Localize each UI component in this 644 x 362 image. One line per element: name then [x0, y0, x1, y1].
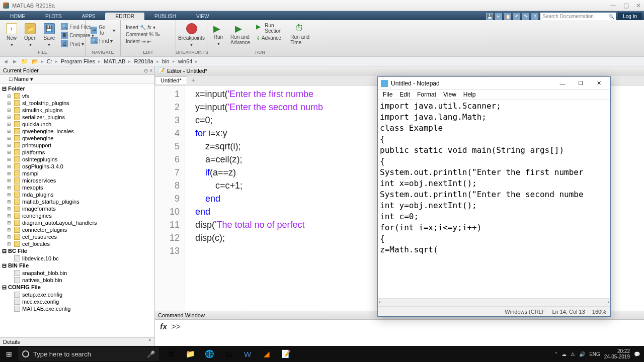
app-icon[interactable]: 🗂 — [219, 346, 237, 362]
find-button[interactable]: 🔍Find ▾ — [89, 37, 117, 45]
search-documentation-input[interactable]: Search Documentation — [540, 13, 616, 20]
tree-folder[interactable]: quicklaunch⊞ — [0, 121, 154, 128]
goto-button[interactable]: ⇥Go To ▾ — [89, 24, 117, 36]
toolstrip-icon[interactable]: ↶ — [513, 13, 520, 20]
tree-folder[interactable]: iconengines⊞ — [0, 212, 154, 219]
close-icon[interactable]: ✕ — [636, 2, 641, 9]
minimize-icon[interactable]: — — [610, 2, 616, 9]
tree-folder[interactable]: connector_plugins⊞ — [0, 226, 154, 233]
system-tray[interactable]: ˄ ☁ ⚠ 🔊 ENG 20:2224-05-2019 💬 — [555, 348, 644, 359]
new-tab-button[interactable]: ＋ — [187, 75, 199, 85]
maximize-icon[interactable]: ▢ — [623, 2, 629, 9]
tab-plots[interactable]: PLOTS — [35, 13, 72, 20]
tree-file[interactable]: snapshot_blob.bin — [0, 269, 154, 277]
open-button[interactable]: 📂Open▾ — [21, 22, 39, 48]
save-button[interactable]: 💾Save▾ — [40, 22, 58, 48]
np-menu-edit[interactable]: Edit — [396, 90, 413, 99]
run-advance-button[interactable]: ▶Run and Advance — [227, 22, 253, 46]
tree-folder[interactable]: imageformats⊞ — [0, 205, 154, 212]
explorer-icon[interactable]: 📁 — [181, 346, 199, 362]
tree-folder[interactable]: platforms⊞ — [0, 149, 154, 156]
tree-folder[interactable]: printsupport⊞ — [0, 142, 154, 149]
matlab-icon[interactable]: ◢ — [258, 346, 276, 362]
tray-up-icon[interactable]: ˄ — [555, 351, 557, 357]
toolstrip-icon[interactable]: ✂ — [495, 13, 502, 20]
notepad-window[interactable]: Untitled - Notepad — ☐ ✕ File Edit Forma… — [377, 76, 611, 317]
tab-publish[interactable]: PUBLISH — [144, 13, 186, 20]
address-bar[interactable]: ◄ ► 📁 📂 ▸C: ▸Program Files ▸MATLAB ▸R201… — [0, 56, 644, 66]
breakpoints-button[interactable]: Breakpoints▾ — [179, 22, 204, 48]
tree-folder[interactable]: sl_toolstrip_plugins⊞ — [0, 100, 154, 107]
tree-folder[interactable]: msmpi⊞ — [0, 170, 154, 177]
tree-file[interactable]: MATLAB.exe.config — [0, 305, 154, 312]
tab-editor[interactable]: EDITOR — [105, 13, 144, 20]
start-button[interactable]: ⊞ — [0, 346, 18, 362]
network-icon[interactable]: ⚠ — [571, 351, 575, 357]
tree-folder[interactable]: vfs⊞ — [0, 93, 154, 100]
comment-button[interactable]: Comment % ‰ — [124, 31, 173, 38]
help-icon[interactable]: ? — [531, 13, 538, 20]
up-icon[interactable]: 📂 — [31, 58, 40, 65]
toolstrip-icon[interactable]: 📋 — [504, 13, 511, 20]
tree-folder[interactable]: qtwebengine_locales⊞ — [0, 128, 154, 135]
indent-button[interactable]: Indent ⇥ ⇤ — [124, 38, 173, 45]
folder-icon[interactable]: 📁 — [20, 58, 29, 65]
np-close-icon[interactable]: ✕ — [590, 78, 607, 89]
tree-folder[interactable]: cef_locales⊞ — [0, 240, 154, 247]
fx-icon[interactable]: fx — [160, 322, 167, 331]
run-time-button[interactable]: ⏱Run and Time — [287, 22, 312, 46]
login-button[interactable]: Log In — [618, 13, 642, 20]
np-menu-format[interactable]: Format — [414, 90, 439, 99]
np-menu-view[interactable]: View — [440, 90, 459, 99]
toolstrip-icon[interactable]: 💾 — [486, 13, 493, 20]
forward-icon[interactable]: ► — [11, 58, 19, 64]
run-button[interactable]: ▶Run▾ — [210, 22, 226, 47]
np-menu-file[interactable]: File — [380, 90, 395, 99]
new-button[interactable]: ＋New▾ — [3, 22, 20, 48]
tree-folder[interactable]: cef_resources⊞ — [0, 233, 154, 240]
tree-file[interactable]: mcc.exe.config — [0, 298, 154, 305]
notifications-icon[interactable]: 💬 — [634, 351, 640, 357]
lang-icon[interactable]: ENG — [589, 351, 600, 357]
notepad-titlebar[interactable]: Untitled - Notepad — ☐ ✕ — [378, 77, 610, 90]
tree-folder[interactable]: mda_plugins⊞ — [0, 191, 154, 198]
back-icon[interactable]: ◄ — [2, 58, 10, 64]
tab-home[interactable]: HOME — [0, 13, 35, 20]
insert-button[interactable]: Insert 🔧 fx ▾ — [124, 24, 173, 31]
np-menu-help[interactable]: Help — [460, 90, 479, 99]
panel-menu-icon[interactable]: ⊙ × — [144, 68, 152, 73]
onedrive-icon[interactable]: ☁ — [561, 351, 567, 357]
clock[interactable]: 20:2224-05-2019 — [604, 348, 630, 359]
taskbar-search[interactable]: Type here to search🎤 — [18, 347, 159, 361]
taskview-icon[interactable]: ⧉ — [162, 346, 180, 362]
tab-view[interactable]: VIEW — [186, 13, 219, 20]
notepad-scrollbar[interactable] — [378, 298, 610, 306]
tree-folder[interactable]: microservices⊞ — [0, 177, 154, 184]
np-minimize-icon[interactable]: — — [554, 78, 571, 89]
advance-button[interactable]: ⇓Advance — [254, 35, 286, 41]
column-header[interactable]: □ Name ▾ — [0, 75, 154, 84]
tree-folder[interactable]: mexopts⊞ — [0, 184, 154, 191]
run-section-button[interactable]: ▶Run Section — [254, 22, 286, 34]
word-icon[interactable]: W — [238, 346, 257, 362]
tree-folder[interactable]: matlab_startup_plugins⊞ — [0, 198, 154, 205]
tree-folder[interactable]: osgPlugins-3.4.0⊞ — [0, 163, 154, 170]
tree-folder[interactable]: diagram_autoLayout_handlers⊞ — [0, 219, 154, 226]
tree-file[interactable]: setup.exe.config — [0, 291, 154, 298]
volume-icon[interactable]: 🔊 — [579, 351, 585, 357]
details-panel[interactable]: Details˄ — [0, 337, 154, 346]
tree-file[interactable]: libdevice.10.bc — [0, 255, 154, 262]
chrome-icon[interactable]: 🌐 — [200, 346, 218, 362]
tree-folder[interactable]: qtwebengine⊞ — [0, 135, 154, 142]
tree-file[interactable]: natives_blob.bin — [0, 277, 154, 284]
notepad-taskbar-icon[interactable]: 📝 — [277, 346, 295, 362]
tree-folder[interactable]: osintegplugins⊞ — [0, 156, 154, 163]
tab-apps[interactable]: APPS — [72, 13, 106, 20]
tree-folder[interactable]: simulink_plugins⊞ — [0, 107, 154, 114]
tree-folder[interactable]: serializer_plugins⊞ — [0, 114, 154, 121]
np-maximize-icon[interactable]: ☐ — [572, 78, 589, 89]
folder-tree[interactable]: ⊟ Foldervfs⊞sl_toolstrip_plugins⊞simulin… — [0, 84, 154, 337]
notepad-textarea[interactable]: import java.util.Scanner; import java.la… — [378, 100, 610, 298]
editor-tab[interactable]: Untitled* — [155, 76, 187, 84]
toolstrip-icon[interactable]: ↷ — [522, 13, 529, 20]
